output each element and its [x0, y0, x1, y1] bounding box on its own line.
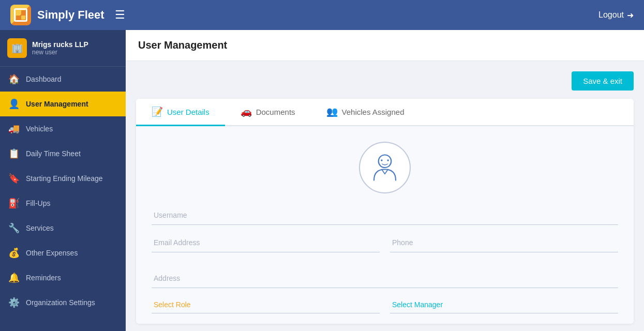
sidebar-item-organization-settings[interactable]: ⚙️ Organization Settings: [0, 290, 126, 315]
sidebar-item-starting-ending-mileage[interactable]: 🔖 Starting Ending Mileage: [0, 166, 126, 191]
user-profile: 🏢 Mrigs rucks LLP new user: [0, 30, 126, 67]
vehicles-tab-icon: 👥: [326, 106, 338, 117]
tab-label: User Details: [167, 108, 209, 116]
sidebar-item-other-expenses[interactable]: 💰 Other Expenses: [0, 240, 126, 265]
phone-field[interactable]: [390, 233, 618, 252]
sidebar-item-label: Daily Time Sheet: [26, 149, 81, 158]
sidebar-item-vehicles[interactable]: 🚚 Vehicles: [0, 116, 126, 141]
email-input[interactable]: [152, 233, 380, 252]
sidebar-item-label: Dashboard: [26, 75, 62, 83]
app-logo: [10, 5, 31, 25]
settings-icon: ⚙️: [8, 297, 20, 308]
svg-point-4: [379, 155, 392, 168]
tab-user-details[interactable]: 📝 User Details: [136, 99, 225, 126]
logout-icon: ➜: [627, 10, 634, 20]
app-name: Simply Fleet: [37, 8, 104, 22]
form-body: Select Role Select Manager: [136, 126, 634, 324]
page-header: User Management: [126, 30, 644, 61]
user-avatar-circle: [359, 142, 411, 193]
svg-point-5: [381, 159, 383, 161]
user-management-icon: 👤: [8, 98, 20, 110]
reminders-icon: 🔔: [8, 272, 20, 283]
sidebar-item-reminders[interactable]: 🔔 Reminders: [0, 265, 126, 290]
content-area: User Management Save & exit 📝 User Detai…: [126, 30, 644, 331]
sidebar-item-dashboard[interactable]: 🏠 Dashboard: [0, 67, 126, 92]
services-icon: 🔧: [8, 222, 20, 234]
svg-point-6: [387, 159, 389, 161]
tab-documents[interactable]: 🚗 Documents: [225, 99, 311, 126]
sidebar-item-label: Starting Ending Mileage: [26, 174, 103, 183]
sidebar-item-daily-time-sheet[interactable]: 📋 Daily Time Sheet: [0, 141, 126, 166]
app-header: Simply Fleet ☰ Logout ➜: [0, 0, 644, 30]
sidebar-item-label: Vehicles: [26, 125, 53, 133]
sidebar-item-label: Reminders: [26, 274, 61, 282]
avatar: 🏢: [7, 38, 27, 58]
org-name: Mrigs rucks LLP: [32, 40, 88, 49]
phone-input[interactable]: [390, 233, 618, 252]
sidebar-item-user-management[interactable]: 👤 User Management: [0, 92, 126, 116]
logout-label: Logout: [598, 10, 624, 20]
sidebar: 🏢 Mrigs rucks LLP new user 🏠 Dashboard 👤…: [0, 30, 126, 331]
vehicles-icon: 🚚: [8, 123, 20, 134]
tab-label: Documents: [256, 108, 295, 116]
content-body: Save & exit 📝 User Details 🚗 Documents 👥: [126, 61, 644, 331]
address-field[interactable]: [152, 269, 618, 288]
user-role: new user: [32, 49, 88, 56]
email-phone-row: [152, 233, 618, 261]
sidebar-item-fill-ups[interactable]: ⛽ Fill-Ups: [0, 191, 126, 216]
sidebar-item-label: Organization Settings: [26, 298, 95, 307]
header-left: Simply Fleet ☰: [10, 5, 125, 25]
svg-rect-1: [16, 16, 20, 20]
user-management-card: 📝 User Details 🚗 Documents 👥 Vehicles As…: [136, 99, 634, 324]
svg-rect-2: [21, 10, 25, 14]
sidebar-item-services[interactable]: 🔧 Services: [0, 216, 126, 240]
user-info: Mrigs rucks LLP new user: [32, 40, 88, 56]
tabs: 📝 User Details 🚗 Documents 👥 Vehicles As…: [136, 99, 634, 126]
page-title: User Management: [138, 39, 632, 51]
mileage-icon: 🔖: [8, 173, 20, 184]
avatar-container: [152, 142, 618, 193]
main-layout: 🏢 Mrigs rucks LLP new user 🏠 Dashboard 👤…: [0, 30, 644, 331]
sidebar-item-label: User Management: [26, 100, 88, 108]
role-manager-row: Select Role Select Manager: [152, 296, 618, 313]
expenses-icon: 💰: [8, 247, 20, 259]
hamburger-menu[interactable]: ☰: [115, 8, 125, 22]
sidebar-item-label: Other Expenses: [26, 249, 78, 257]
user-details-tab-icon: 📝: [152, 106, 163, 117]
timesheet-icon: 📋: [8, 148, 20, 159]
save-exit-bar: Save & exit: [136, 71, 634, 91]
tab-label: Vehicles Assigned: [342, 108, 405, 116]
sidebar-item-label: Fill-Ups: [26, 199, 50, 207]
username-field[interactable]: [152, 206, 618, 225]
save-exit-button[interactable]: Save & exit: [572, 71, 634, 91]
username-input[interactable]: [152, 206, 618, 225]
select-manager-button[interactable]: Select Manager: [390, 296, 618, 313]
select-role-button[interactable]: Select Role: [152, 296, 380, 313]
fillups-icon: ⛽: [8, 198, 20, 209]
documents-tab-icon: 🚗: [241, 106, 252, 117]
sidebar-item-label: Services: [26, 224, 54, 232]
dashboard-icon: 🏠: [8, 73, 20, 85]
email-field[interactable]: [152, 233, 380, 252]
svg-rect-0: [16, 10, 20, 14]
logout-button[interactable]: Logout ➜: [598, 10, 634, 20]
tab-vehicles-assigned[interactable]: 👥 Vehicles Assigned: [311, 99, 420, 126]
svg-rect-3: [21, 16, 25, 20]
address-input[interactable]: [152, 269, 618, 288]
